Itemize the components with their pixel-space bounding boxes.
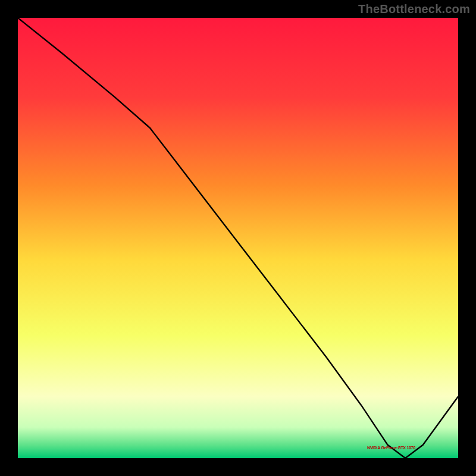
plot-background	[18, 18, 458, 458]
plot-frame	[18, 18, 458, 458]
plot-svg	[18, 18, 458, 458]
watermark-text: TheBottleneck.com	[358, 2, 470, 16]
chart-canvas: TheBottleneck.com NVIDIA GeForce GTX 107…	[0, 0, 476, 476]
optimal-gpu-annotation: NVIDIA GeForce GTX 1070	[367, 446, 415, 450]
